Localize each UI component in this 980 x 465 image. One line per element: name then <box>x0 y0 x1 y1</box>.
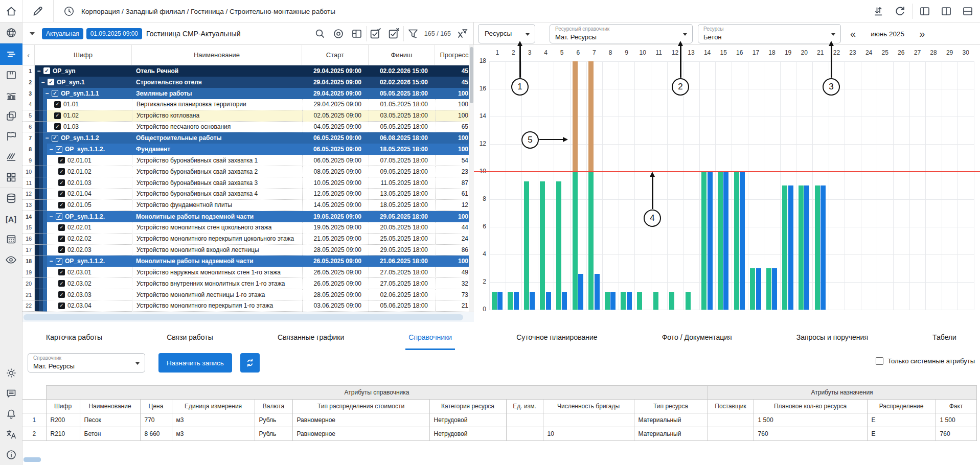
home-button[interactable] <box>0 0 22 22</box>
tab-4[interactable]: Суточное планирование <box>513 324 600 350</box>
row-checkbox[interactable]: ✓ <box>58 168 65 175</box>
ref-table-row[interactable]: 1R200Песок770м3РубльРавномерноеНетрудово… <box>22 413 976 427</box>
task-vertical-scrollbar[interactable] <box>469 45 474 312</box>
rail-item-language[interactable] <box>0 424 22 445</box>
refresh-records-button[interactable] <box>240 353 260 373</box>
rail-item-hatch[interactable] <box>0 147 22 167</box>
row-checkbox[interactable]: ✓ <box>48 79 54 85</box>
task-row[interactable]: 13✓02.01.05Устройство фундаментной плиты… <box>22 200 473 211</box>
task-row[interactable]: 7−✓OP_syn.1.1.2Общестроительные работы06… <box>22 132 473 144</box>
ref-column-header[interactable]: Факт <box>936 400 976 413</box>
task-row[interactable]: 18−✓OP_syn.1.1.2.Монолитные работы надзе… <box>22 255 473 267</box>
row-checkbox[interactable]: ✓ <box>58 280 65 287</box>
dictionary-select[interactable]: Ресурсный справочник Мат. Ресурсы <box>550 24 693 43</box>
visibility-button[interactable] <box>329 25 348 43</box>
assign-record-button[interactable]: Назначить запись <box>158 353 232 373</box>
row-checkbox[interactable]: ✓ <box>52 90 58 97</box>
row-checkbox[interactable]: ✓ <box>56 213 62 220</box>
task-row[interactable]: 21✓02.03.03Устройство монолитной лестниц… <box>22 289 473 300</box>
task-row[interactable]: 6✓01.03Устройство песчаного основания04.… <box>22 122 473 133</box>
collapse-toggle[interactable]: − <box>41 79 45 86</box>
collapse-toggle[interactable]: − <box>49 258 53 265</box>
ref-column-header[interactable]: Тип распределения стоимости <box>292 400 429 413</box>
plan-menu-button[interactable] <box>22 32 42 35</box>
row-checkbox[interactable]: ✓ <box>58 224 65 231</box>
search-button[interactable] <box>311 25 329 43</box>
tab-0[interactable]: Карточка работы <box>43 324 105 350</box>
row-checkbox[interactable]: ✓ <box>58 179 65 186</box>
task-row[interactable]: 4✓01.01Вертикальная планировка территори… <box>22 99 473 110</box>
check-all-button[interactable] <box>367 25 385 43</box>
ref-column-header[interactable]: Поставщик <box>708 400 754 413</box>
tab-1[interactable]: Связи работы <box>164 324 216 350</box>
row-checkbox[interactable]: ✓ <box>54 101 61 108</box>
rail-item-info[interactable] <box>0 445 22 465</box>
task-row[interactable]: 19✓02.03.01Устройство наружных монолитны… <box>22 267 473 278</box>
only-system-attributes-checkbox[interactable] <box>876 357 883 365</box>
task-row[interactable]: 2−✓OP_syn.1Строительство отеля29.04.2025… <box>22 77 473 88</box>
rail-item-attributes[interactable]: [A] <box>0 208 22 229</box>
tab-7[interactable]: Табели <box>929 324 960 350</box>
row-checkbox[interactable]: ✓ <box>58 269 65 275</box>
uncheck-all-button[interactable] <box>385 25 403 43</box>
ref-table-row[interactable]: 2R210Бетон8 660м3РубльРавномерноеНетрудо… <box>22 427 976 441</box>
task-row[interactable]: 5✓01.02Устройство котлована02.05.2025 09… <box>22 110 473 122</box>
collapse-toggle[interactable]: − <box>49 213 53 220</box>
clear-filter-button[interactable] <box>453 25 471 43</box>
task-row[interactable]: 8−✓OP_syn.1.1.2.Фундамент06.05.2025 09:0… <box>22 144 473 155</box>
rail-item-notifications[interactable] <box>0 404 22 424</box>
mode-select[interactable]: Ресурсы <box>478 24 535 43</box>
reference-dictionary-select[interactable]: Справочник Мат. Ресурсы <box>28 353 145 373</box>
row-checkbox[interactable]: ✓ <box>54 123 61 130</box>
refresh-view-button[interactable] <box>891 2 909 20</box>
row-checkbox[interactable]: ✓ <box>58 246 65 253</box>
row-checkbox[interactable]: ✓ <box>52 135 58 142</box>
row-checkbox[interactable]: ✓ <box>56 146 62 153</box>
collapse-toggle[interactable]: − <box>45 90 49 97</box>
next-month-button[interactable]: » <box>919 29 925 39</box>
collapse-all-button[interactable]: ‹ <box>22 45 35 65</box>
filter-button[interactable] <box>404 25 422 43</box>
rail-item-milestones[interactable] <box>0 126 22 147</box>
resource-select[interactable]: Ресурсы Бетон <box>698 24 841 43</box>
task-row[interactable]: 12✓02.01.04Устройство буронабивных свай … <box>22 189 473 200</box>
rail-item-histogram[interactable] <box>0 85 22 106</box>
task-row[interactable]: 22✓02.03.04Устройство монолитного перекр… <box>22 300 473 312</box>
task-row[interactable]: 15✓02.02.01Устройство монолитных стен цо… <box>22 222 473 234</box>
ref-column-header[interactable]: Единица измерения <box>172 400 255 413</box>
task-row[interactable]: 20✓02.03.02Устройство внутренних монолит… <box>22 278 473 289</box>
rail-item-copies[interactable] <box>0 106 22 126</box>
column-header-code[interactable]: Шифр <box>35 45 132 65</box>
rail-item-board[interactable] <box>0 65 22 85</box>
rail-item-comments[interactable] <box>0 383 22 404</box>
task-row[interactable]: 9✓02.01.01Устройство буронабивных свай з… <box>22 155 473 166</box>
column-header-finish[interactable]: Финиш <box>369 45 435 65</box>
column-header-name[interactable]: Наименование <box>132 45 302 65</box>
tab-5[interactable]: Фото / Документация <box>659 324 735 350</box>
ref-column-header[interactable]: Категория ресурса <box>429 400 506 413</box>
tab-6[interactable]: Запросы и поручения <box>793 324 871 350</box>
panel-settings-button[interactable] <box>348 25 366 43</box>
row-checkbox[interactable]: ✓ <box>43 67 50 74</box>
column-header-progress[interactable]: Прогресс <box>435 45 473 65</box>
layout-columns-button[interactable] <box>937 2 955 20</box>
ref-column-header[interactable]: Ед. изм. <box>506 400 543 413</box>
edit-button[interactable] <box>22 0 53 22</box>
bottom-horizontal-scrollbar[interactable] <box>24 457 41 462</box>
ref-column-header[interactable]: Цена <box>140 400 172 413</box>
row-checkbox[interactable]: ✓ <box>56 258 62 265</box>
task-row[interactable]: 10✓02.01.02Устройство буронабивных свай … <box>22 166 473 177</box>
row-checkbox[interactable]: ✓ <box>58 157 65 164</box>
rail-item-globe[interactable] <box>0 22 22 43</box>
rail-item-theme[interactable] <box>0 363 22 383</box>
collapse-toggle[interactable]: − <box>49 146 53 153</box>
row-checkbox[interactable]: ✓ <box>54 112 61 119</box>
layout-left-panel-button[interactable] <box>916 2 934 20</box>
task-row[interactable]: 16✓02.02.02Устройство монолитного перекр… <box>22 234 473 245</box>
row-checkbox[interactable]: ✓ <box>58 303 65 309</box>
ref-column-header[interactable]: Тип ресурса <box>634 400 708 413</box>
row-checkbox[interactable]: ✓ <box>58 236 65 242</box>
rail-item-database[interactable] <box>0 188 22 208</box>
row-checkbox[interactable]: ✓ <box>58 202 65 208</box>
row-checkbox[interactable]: ✓ <box>58 191 65 197</box>
